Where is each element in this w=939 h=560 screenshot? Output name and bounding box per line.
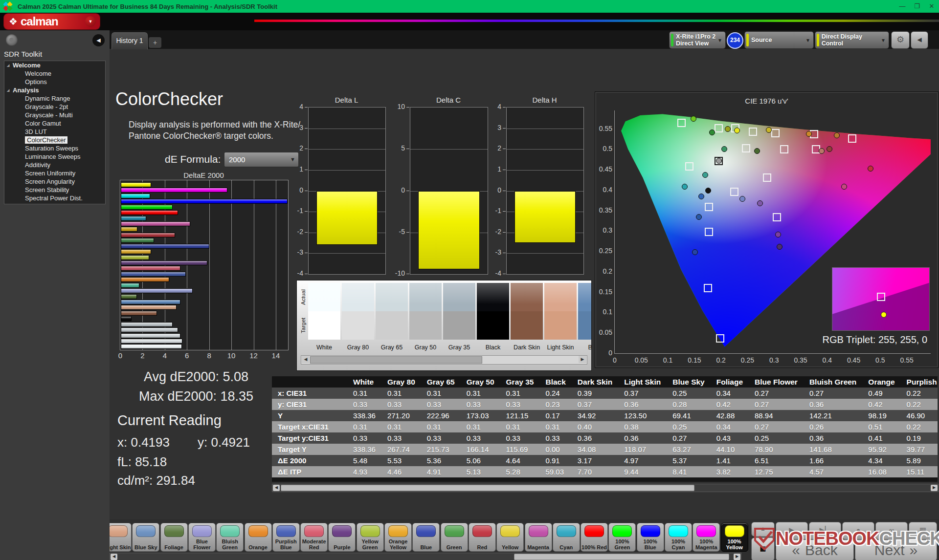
tick-mark	[406, 232, 409, 233]
minimize-icon[interactable]: —	[895, 0, 910, 13]
patch-button-magenta[interactable]: Magenta	[525, 523, 552, 552]
sidebar-item-screen-uniformity[interactable]: Screen Uniformity	[4, 169, 105, 177]
patch-button-cyan[interactable]: Cyan	[553, 523, 580, 552]
column-header-purplish-blue: Purplish Blue	[901, 376, 938, 388]
patch-button-yellow[interactable]: Yellow	[496, 523, 524, 552]
sidebar-knob[interactable]	[6, 34, 18, 46]
delta-e-bar-100-cyan	[121, 194, 150, 198]
close-icon[interactable]: ✕	[924, 0, 939, 13]
next-button[interactable]: Next »	[855, 539, 937, 560]
stop-button[interactable]: ■	[751, 538, 775, 560]
scroll-right-icon[interactable]: ▶	[931, 485, 938, 491]
sidebar: ◀ SDR Toolkit ◢WelcomeWelcomeOptions◢Ana…	[0, 30, 110, 560]
cie-measurement-marker	[709, 129, 715, 135]
source-dropdown[interactable]: Source ▼	[744, 31, 814, 49]
delta-e-bar-100-green	[121, 205, 173, 210]
patch-button-100-red[interactable]: 100% Red	[581, 523, 608, 552]
table-scrollbar[interactable]: ◀ ▶	[272, 484, 939, 492]
patch-button-moderate-red[interactable]: Moderate Red	[300, 523, 328, 552]
patch-chip	[696, 525, 716, 537]
table-scroll-thumb[interactable]	[281, 485, 694, 491]
sidebar-item-screen-angularity[interactable]: Screen Angularity	[4, 177, 105, 186]
expander-icon[interactable]: ◢	[7, 86, 9, 94]
column-header-blue-sky: Blue Sky	[667, 376, 710, 388]
expand-up-button[interactable]: ▲	[751, 522, 775, 537]
y-tick-label: 0	[486, 186, 501, 194]
sidebar-item-grayscale-2pt[interactable]: Grayscale - 2pt	[4, 103, 105, 111]
back-button[interactable]: « Back	[776, 539, 854, 560]
patch-button-100-yellow[interactable]: 100% Yellow	[721, 523, 748, 552]
patch-button-100-cyan[interactable]: 100% Cyan	[665, 523, 692, 552]
patch-strip-scrollbar[interactable]: ◀ ▶	[110, 553, 741, 560]
sidebar-collapse-icon[interactable]: ◀	[92, 34, 105, 46]
tick-mark	[503, 170, 506, 170]
sidebar-item-grayscale-multi[interactable]: Grayscale - Multi	[4, 111, 105, 119]
tab-history-1[interactable]: History 1	[112, 32, 148, 49]
record-icon[interactable]: ●	[842, 522, 874, 539]
patch-button-light-skin[interactable]: Light Skin	[110, 523, 132, 552]
patch-button-bluish-green[interactable]: Bluish Green	[216, 523, 244, 552]
patch-label: Purplish Blue	[273, 539, 299, 550]
table-row--e-2000: ΔE 20005.485.535.365.064.640.913.174.975…	[272, 455, 938, 466]
patch-button-100-magenta[interactable]: 100% Magenta	[693, 523, 720, 552]
patch-button-blue[interactable]: Blue	[412, 523, 440, 552]
patch-button-100-green[interactable]: 100% Green	[608, 523, 636, 552]
cie-measurement-marker	[739, 196, 745, 202]
patch-button-orange[interactable]: Orange	[245, 523, 272, 552]
sidebar-item-analysis[interactable]: ◢Analysis	[4, 86, 105, 94]
maximize-icon[interactable]: ❐	[910, 0, 924, 13]
display-control-dropdown[interactable]: Direct Display Control ▼	[815, 31, 889, 49]
play-icon[interactable]: ▶	[776, 522, 808, 539]
sidebar-item-options[interactable]: Options	[4, 78, 105, 86]
scroll-left-icon[interactable]: ◀	[111, 554, 117, 560]
swatch-label: Blue	[578, 344, 592, 351]
sidebar-item-dynamic-range[interactable]: Dynamic Range	[4, 94, 105, 103]
patch-button-yellow-green[interactable]: Yellow Green	[357, 523, 384, 552]
x-tick-label: 2	[136, 351, 149, 360]
patch-button-foliage[interactable]: Foliage	[160, 523, 188, 552]
patch-scroll-thumb[interactable]	[514, 554, 730, 560]
sidebar-item-luminance-sweeps[interactable]: Luminance Sweeps	[4, 152, 105, 161]
sidebar-item-welcome[interactable]: ◢Welcome	[4, 61, 105, 69]
patch-button-purplish-blue[interactable]: Purplish Blue	[272, 523, 300, 552]
swatch-scroll-thumb[interactable]	[310, 356, 482, 364]
sidebar-item-welcome[interactable]: Welcome	[4, 69, 105, 78]
patch-label: 100% Red	[581, 545, 607, 551]
patch-button-100-blue[interactable]: 100% Blue	[637, 523, 664, 552]
patch-button-purple[interactable]: Purple	[328, 523, 356, 552]
meter-count-badge[interactable]: 234	[727, 32, 743, 49]
scroll-left-icon[interactable]: ◀	[302, 356, 310, 363]
options-icon[interactable]: ▦	[909, 522, 937, 539]
collapse-right-button[interactable]: ◀	[911, 31, 928, 49]
scroll-right-icon[interactable]: ▶	[579, 356, 586, 363]
chevron-left-icon: «	[792, 542, 800, 559]
sidebar-item-colorchecker[interactable]: ColorChecker	[4, 136, 105, 144]
expander-icon[interactable]: ◢	[7, 61, 9, 69]
patch-button-blue-sky[interactable]: Blue Sky	[132, 523, 159, 552]
meter-dropdown[interactable]: X-Rite i1Pro 2 Direct View ▼	[669, 31, 726, 49]
sidebar-item-color-gamut[interactable]: Color Gamut	[4, 119, 105, 128]
patch-button-orange-yellow[interactable]: Orange Yellow	[384, 523, 412, 552]
scroll-right-icon[interactable]: ▶	[734, 554, 740, 560]
loop-icon[interactable]: ∞	[875, 522, 908, 539]
calman-logo-button[interactable]: ❖ calman ▼	[4, 14, 100, 29]
settings-button[interactable]: ⚙	[891, 31, 910, 49]
column-header-gray-80: Gray 80	[381, 376, 421, 388]
sidebar-item-saturation-sweeps[interactable]: Saturation Sweeps	[4, 144, 105, 152]
swatch-scrollbar[interactable]: ◀ ▶	[301, 355, 587, 365]
sidebar-item-additivity[interactable]: Additivity	[4, 161, 105, 169]
delta-e-bar-red	[121, 233, 175, 237]
patch-label: Purple	[329, 545, 355, 551]
sidebar-item-3d-lut[interactable]: 3D LUT	[4, 128, 105, 136]
scroll-left-icon[interactable]: ◀	[273, 485, 280, 491]
sidebar-item-screen-stability[interactable]: Screen Stability	[4, 186, 105, 194]
patch-button-red[interactable]: Red	[469, 523, 496, 552]
patch-button-green[interactable]: Green	[441, 523, 468, 552]
add-tab-button[interactable]: +	[149, 37, 161, 48]
patch-button-blue-flower[interactable]: Blue Flower	[188, 523, 216, 552]
logo-menu-chevron-icon[interactable]: ▼	[85, 16, 96, 27]
step-play-icon[interactable]: ▶▏	[809, 522, 841, 539]
patch-label: Orange Yellow	[385, 539, 411, 550]
sidebar-item-spectral-power-dist-[interactable]: Spectral Power Dist.	[4, 194, 105, 202]
patch-label: Yellow Green	[357, 539, 383, 550]
